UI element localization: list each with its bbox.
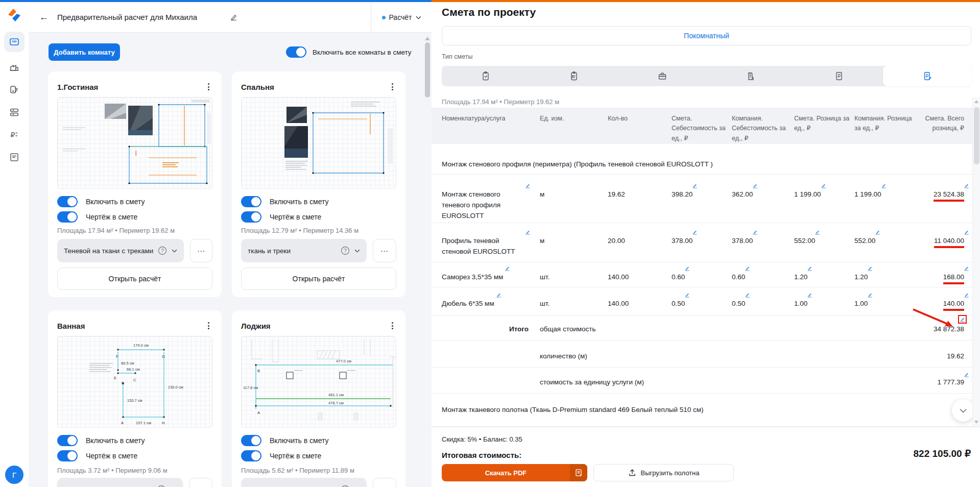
svg-text:A: A [257, 410, 260, 415]
scroll-up-arrow[interactable] [425, 37, 430, 40]
room-menu-kebab[interactable] [202, 320, 214, 332]
per-room-mode-button[interactable]: Покомнатный [442, 26, 971, 45]
sidebar-item-profiles[interactable] [4, 102, 25, 123]
edit-icon[interactable] [807, 265, 812, 271]
user-avatar[interactable]: Г [5, 466, 23, 484]
help-icon[interactable]: ? [341, 485, 350, 487]
tab-receipt[interactable] [706, 66, 795, 86]
edit-icon[interactable] [505, 265, 510, 271]
svg-text:157.1 см: 157.1 см [136, 421, 151, 425]
tab-document-ruble[interactable]: ₽ [795, 66, 883, 86]
scroll-down-arrow[interactable] [974, 421, 978, 424]
project-title: Предварительный расчет для Михаила [57, 13, 197, 21]
sidebar-item-documents[interactable] [4, 147, 25, 167]
tab-clipboard-check[interactable] [442, 66, 530, 86]
left-scrollbar[interactable] [425, 37, 430, 98]
edit-icon[interactable] [752, 229, 758, 235]
edit-icon[interactable] [692, 229, 698, 235]
edit-icon[interactable] [964, 292, 969, 298]
edit-icon[interactable] [964, 372, 969, 377]
tab-toolbox[interactable] [618, 66, 707, 86]
edit-icon[interactable] [875, 229, 880, 235]
more-options-button[interactable]: ... [189, 478, 212, 487]
estimate-footer: Скидка: 5% • Баланс: 0.35 Итоговая стоим… [432, 427, 980, 487]
drawing-estimate-toggle[interactable] [57, 450, 78, 461]
help-icon[interactable]: ? [341, 246, 350, 255]
edit-icon[interactable] [815, 229, 820, 235]
include-estimate-toggle[interactable] [57, 196, 78, 207]
open-calc-button[interactable]: Открыть расчёт [241, 267, 396, 290]
edit-icon[interactable] [964, 229, 969, 235]
more-options-button[interactable]: ... [190, 239, 212, 262]
edit-icon[interactable] [821, 183, 826, 188]
toggle-label: Чертёж в смете [86, 213, 137, 221]
room-menu-kebab[interactable] [202, 81, 214, 93]
room-plan-image[interactable]: 477.0 см 117.8 см 461.1 см 476.7 см B A [241, 336, 396, 428]
room-title: Спальня [241, 83, 274, 91]
room-menu-kebab[interactable] [386, 320, 398, 332]
edit-icon[interactable] [692, 183, 698, 188]
help-icon[interactable]: ? [157, 485, 166, 487]
tab-clipboard-list[interactable] [530, 66, 618, 86]
svg-text:₽: ₽ [838, 73, 841, 79]
back-button[interactable]: ← [36, 9, 52, 26]
export-fabrics-button[interactable]: Выгрузить полотна [593, 464, 734, 481]
add-room-button[interactable]: Добавить комнату [49, 43, 120, 61]
sidebar-item-prices[interactable]: ₽ [4, 125, 25, 145]
column-header: Смета. Себестоимость за ед., ₽ [672, 114, 732, 144]
open-calc-button[interactable]: Открыть расчёт [57, 267, 212, 290]
scroll-up-arrow[interactable] [974, 100, 978, 103]
include-estimate-toggle[interactable] [241, 435, 261, 446]
ceiling-type-dropdown[interactable]: Теневой на ткани с треками ? [57, 239, 184, 262]
edit-icon[interactable] [745, 265, 750, 271]
more-options-button[interactable]: ... [373, 478, 396, 487]
edit-icon[interactable] [684, 292, 690, 298]
ceiling-type-dropdown[interactable]: ткань и треки ? [241, 239, 367, 262]
edit-icon[interactable] [496, 292, 501, 298]
right-scrollbar[interactable] [972, 97, 980, 427]
sidebar-item-rooms[interactable] [4, 32, 25, 52]
edit-icon[interactable] [684, 265, 690, 271]
column-header: Номенклатура/услуга [442, 114, 540, 144]
room-menu-kebab[interactable] [386, 81, 398, 93]
edit-title-icon[interactable] [229, 12, 238, 21]
ceiling-type-dropdown[interactable]: светованная ? [57, 478, 183, 487]
edit-icon[interactable] [807, 292, 812, 298]
include-all-toggle[interactable] [286, 46, 306, 58]
edit-icon[interactable] [867, 292, 873, 298]
include-estimate-toggle[interactable] [241, 196, 261, 207]
collapse-section-button[interactable] [952, 399, 974, 422]
room-plan-image[interactable]: 179.0 см 66.5 см 66.1 см 230.0 см 153.7 … [57, 336, 212, 428]
edit-icon[interactable] [525, 183, 531, 188]
edit-icon[interactable] [964, 183, 969, 188]
ceiling-type-dropdown[interactable]: Вариант 1 ? [241, 478, 367, 487]
include-estimate-toggle[interactable] [57, 435, 78, 446]
drawing-estimate-toggle[interactable] [241, 450, 261, 461]
calc-menu-dropdown[interactable]: Расчёт [371, 2, 432, 33]
edit-icon[interactable] [881, 183, 887, 188]
svg-text:A: A [121, 421, 124, 425]
tab-estimate-edit[interactable]: ₽ [883, 66, 971, 86]
scrollbar-thumb[interactable] [425, 42, 430, 98]
drawing-estimate-toggle[interactable] [241, 211, 261, 223]
table-row: Профиль теневой стеновой EUROSLOTT м 20.… [432, 223, 972, 262]
column-header: Смета. Розница за ед., ₽ [794, 114, 854, 144]
drawing-estimate-toggle[interactable] [57, 211, 78, 223]
room-plan-image[interactable] [241, 97, 396, 189]
estimate-table: Номенклатура/услуга Ед. изм. Кол-во Смет… [432, 108, 972, 427]
room-plan-image[interactable] [57, 97, 212, 189]
edit-icon[interactable] [752, 183, 758, 188]
edit-icon[interactable] [525, 229, 531, 235]
help-icon[interactable]: ? [158, 246, 167, 255]
edit-icon[interactable] [867, 265, 873, 271]
scrollbar-thumb[interactable] [974, 107, 979, 164]
sidebar-item-company[interactable] [4, 57, 25, 78]
edit-icon[interactable] [964, 265, 969, 271]
more-options-button[interactable]: ... [373, 239, 396, 262]
edit-icon[interactable] [745, 292, 750, 298]
brand-logo[interactable] [6, 7, 22, 23]
download-pdf-button[interactable]: Скачать PDF [442, 464, 587, 481]
edit-icon-annotated[interactable] [960, 316, 965, 322]
sidebar-item-fabrics[interactable] [4, 80, 25, 100]
chevron-down-icon [416, 16, 421, 19]
